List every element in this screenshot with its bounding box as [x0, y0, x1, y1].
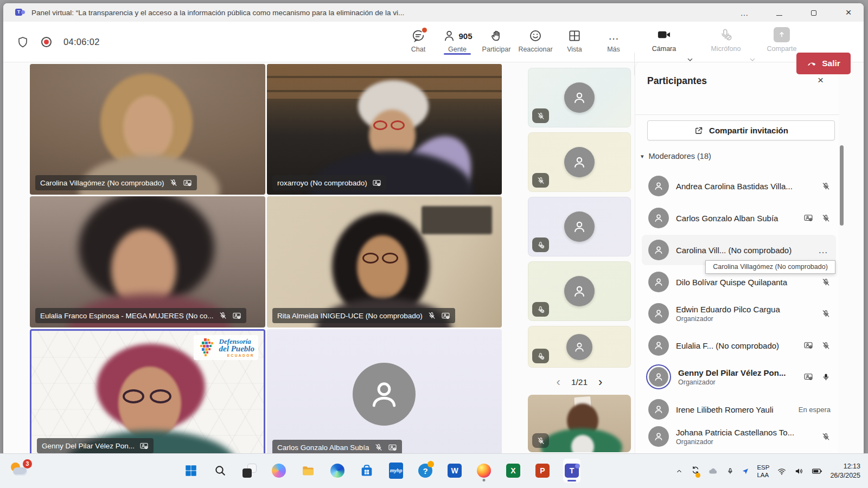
copilot-icon [272, 464, 286, 478]
share-button[interactable]: Comparte [763, 27, 801, 53]
window-more-icon[interactable]: … [737, 8, 752, 17]
excel-button[interactable]: X [505, 459, 522, 483]
participant-row-speaking[interactable]: Genny Del Pilar Vélez Pon... Organizador [642, 362, 836, 392]
video-tile-genny-speaking[interactable]: Defensoría del Pueblo ECUADOR Genny Del … [30, 329, 265, 459]
file-explorer-button[interactable] [299, 459, 317, 483]
filmstrip-tile[interactable] [528, 326, 631, 368]
widgets-weather-button[interactable]: 3 [10, 460, 34, 482]
ecuador-map-mosaic [197, 337, 216, 358]
filmstrip-tile[interactable] [528, 261, 631, 321]
mic-chevron-icon[interactable] [748, 55, 757, 64]
avatar [648, 208, 669, 228]
video-tile-carolina[interactable]: Carolina Villagómez (No comprobado) [30, 64, 265, 195]
recording-indicator [41, 37, 52, 47]
help-icon: ? [418, 464, 432, 478]
title-bar[interactable]: T Panel virtual: “La transparencia y el … [3, 3, 864, 22]
leave-button[interactable]: Salir [796, 53, 851, 74]
person-icon [572, 90, 587, 105]
video-tile-rita[interactable]: Rita Almeida INIGED-UCE (No comprobado) [267, 196, 502, 328]
battery-icon[interactable] [812, 466, 822, 477]
mic-off-icon [821, 309, 831, 318]
tile-name-label: Rita Almeida INIGED-UCE (No comprobado) [277, 312, 423, 320]
attendee-screen-icon [183, 178, 192, 188]
tab-gente[interactable]: 905 Gente [438, 26, 477, 53]
copilot-button[interactable] [270, 459, 288, 483]
filmstrip-tile[interactable] [528, 132, 631, 192]
filmstrip-tile[interactable] [528, 197, 631, 256]
volume-icon[interactable] [794, 466, 804, 476]
person-icon [572, 219, 587, 234]
tab-reaccionar[interactable]: Reaccionar [516, 26, 555, 53]
edge-button[interactable] [329, 459, 346, 483]
close-button[interactable]: × [841, 7, 856, 18]
camera-chevron-icon[interactable] [686, 55, 694, 64]
clock[interactable]: 12:13 26/3/2025 [830, 462, 860, 480]
participant-row[interactable]: Eulalia F... (No comprobado) [642, 330, 836, 361]
firefox-icon [477, 464, 491, 478]
attendee-screen-icon [441, 311, 450, 320]
get-help-button[interactable]: ? [417, 459, 434, 483]
task-view-button[interactable] [241, 459, 258, 483]
onedrive-cloud-icon[interactable] [708, 466, 719, 477]
word-button[interactable]: W [446, 459, 463, 483]
mic-blocked-icon [718, 27, 733, 42]
people-icon [442, 29, 456, 43]
panel-close-icon[interactable]: × [818, 74, 824, 86]
mic-off-icon [821, 432, 831, 441]
active-tab-underline [444, 53, 471, 55]
video-tile-roxarroyo[interactable]: roxarroyo (No comprobado) [267, 64, 502, 195]
filmstrip-tile[interactable] [528, 68, 631, 127]
moderators-section-header[interactable]: ▾ Moderadores (18) [641, 152, 711, 160]
attendee-screen-icon [232, 311, 241, 320]
minimize-button[interactable] [771, 8, 787, 17]
tray-chevron-up-icon[interactable] [675, 467, 683, 475]
participant-row[interactable]: Edwin Eduardo Pilco Cargua Organizador [642, 298, 836, 329]
participant-row[interactable]: Irene Lilibeth Romero Yauli En espera [642, 394, 836, 425]
panel-divider [635, 114, 839, 115]
participant-row[interactable]: Johana Patricia Castellanos To... Organi… [642, 421, 836, 452]
person-icon [653, 340, 664, 351]
start-button[interactable] [182, 459, 200, 483]
page-next-icon[interactable]: › [598, 375, 602, 389]
share-upload-icon [774, 27, 790, 42]
participant-row[interactable]: Carlos Gonzalo Alban Subía [642, 203, 836, 233]
location-icon[interactable] [742, 467, 749, 475]
teams-taskbar-button[interactable]: T [563, 459, 580, 483]
filmstrip-video-tile[interactable] [528, 395, 631, 452]
attendee-screen-icon [388, 443, 397, 452]
wifi-icon[interactable] [777, 466, 787, 476]
help-notification-dot [427, 461, 434, 467]
store-button[interactable] [358, 459, 375, 483]
tab-mas[interactable]: … Más [594, 26, 633, 53]
mic-off-icon [374, 443, 383, 452]
powerpoint-button[interactable]: P [534, 459, 551, 483]
person-icon [653, 277, 664, 287]
tab-participar[interactable]: Participar [477, 26, 516, 53]
panel-title: Participantes [647, 75, 707, 87]
tab-vista[interactable]: Vista [555, 26, 594, 53]
microphone-button[interactable]: Micrófono [704, 27, 748, 53]
tray-mic-icon[interactable] [726, 467, 734, 475]
attendee-screen-icon [803, 213, 813, 223]
microsoft-store-icon [360, 464, 374, 478]
screen: T Panel virtual: “La transparencia y el … [0, 0, 868, 488]
panel-scrollbar-thumb[interactable] [840, 145, 844, 226]
language-indicator[interactable]: ESP LAA [757, 464, 769, 479]
myhp-button[interactable]: myhp [387, 459, 405, 483]
camera-button[interactable]: Cámara [646, 27, 682, 53]
share-invitation-button[interactable]: Compartir invitación [647, 120, 835, 140]
page-prev-icon[interactable]: ‹ [557, 375, 560, 389]
search-button[interactable] [212, 459, 229, 483]
avatar [648, 240, 669, 260]
sync-tray-button[interactable] [691, 465, 700, 477]
video-tile-carlos-avatar[interactable]: Carlos Gonzalo Alban Subía [267, 329, 502, 459]
person-icon [653, 404, 664, 415]
video-tile-eulalia[interactable]: Eulalia Franco Espinosa - MEGA MUJERES (… [30, 196, 265, 328]
meeting-timer: 04:06:02 [63, 37, 100, 47]
window-title: Panel virtual: “La transparencia y el ac… [31, 9, 404, 17]
firefox-button[interactable] [475, 459, 493, 483]
maximize-button[interactable] [806, 8, 821, 17]
participant-row[interactable]: Andrea Carolina Bastidas Villa... [642, 171, 836, 201]
row-more-icon[interactable]: … [818, 245, 828, 256]
tab-chat[interactable]: Chat [399, 26, 438, 53]
